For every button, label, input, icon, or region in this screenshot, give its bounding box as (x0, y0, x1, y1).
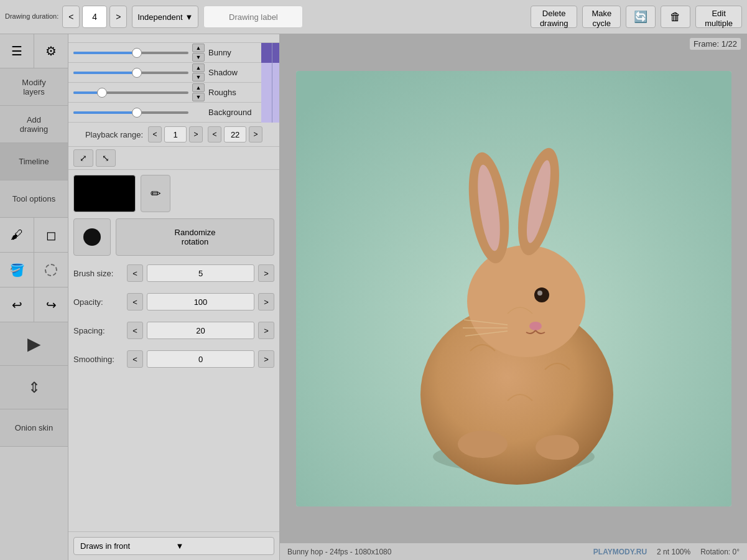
end-range-left-btn[interactable]: < (208, 126, 221, 142)
timeline-cell[interactable] (272, 83, 279, 103)
roughs-slider-thumb[interactable] (97, 88, 107, 98)
canvas-drawing[interactable] (296, 71, 731, 506)
smoothing-value: 0 (147, 350, 254, 368)
end-range-control: < 22 > (208, 126, 262, 142)
fill-tool-btn[interactable]: 🪣 (0, 253, 34, 287)
timeline-cell[interactable] (261, 103, 272, 123)
color-swatch[interactable] (73, 175, 136, 212)
roughs-up-btn[interactable]: ▲ (192, 83, 205, 92)
lasso-tool-btn[interactable] (34, 253, 68, 287)
brush-size-increase-btn[interactable]: > (258, 264, 274, 282)
layer-row-background: ▲ ▼ Background (68, 103, 279, 123)
shadow-updown: ▲ ▼ (192, 63, 205, 82)
brush-size-label: Brush size: (73, 269, 123, 278)
delete-icon: 🗑 (670, 11, 681, 24)
roughs-slider[interactable] (73, 91, 188, 94)
brand-label: PLAYMODY.RU (593, 548, 647, 556)
tool-options-btn[interactable]: Tool options (0, 180, 68, 218)
undo-btn[interactable]: ↩ (0, 287, 34, 322)
duration-increase-btn[interactable]: > (109, 6, 127, 28)
end-range-value: 22 (224, 126, 246, 142)
bunny-slider[interactable] (73, 52, 188, 54)
shadow-down-btn[interactable]: ▼ (192, 73, 205, 82)
background-slider-thumb[interactable] (132, 108, 142, 118)
drawing-label-input[interactable] (203, 6, 303, 28)
edit-multiple-btn[interactable]: Edit multiple (695, 6, 742, 28)
layer-controls-bunny: ▲ ▼ Bunny (68, 44, 261, 62)
onion-skin-btn[interactable]: Onion skin (0, 409, 68, 447)
bunny-slider-thumb[interactable] (132, 48, 142, 58)
play-icon: ▶ (27, 334, 41, 354)
eraser-icon: ◻ (46, 228, 57, 243)
start-range-control: < 1 > (148, 126, 203, 142)
mode-label: Independent (137, 12, 182, 22)
bunny-timeline-cells (261, 43, 279, 63)
smoothing-decrease-btn[interactable]: < (127, 350, 143, 368)
svg-point-3 (467, 245, 585, 357)
start-range-left-btn[interactable]: < (148, 126, 162, 142)
tool-options-label: Tool options (12, 194, 55, 203)
shadow-slider-thumb[interactable] (132, 68, 142, 78)
brush-tool-btn[interactable]: 🖌 (0, 218, 34, 252)
timeline-btn[interactable]: Timeline (0, 143, 68, 180)
timeline-cell[interactable] (272, 63, 279, 83)
main-area: ☰ ⚙ Modify layers Add drawing Timeline T… (0, 34, 747, 560)
redo-btn[interactable]: ↪ (34, 287, 68, 322)
timeline-label: Timeline (19, 157, 49, 166)
delete-icon-btn[interactable]: 🗑 (661, 6, 690, 28)
timeline-cells-header (261, 34, 279, 42)
spacing-increase-btn[interactable]: > (258, 322, 274, 339)
tool-row-3: ↩ ↪ (0, 287, 68, 322)
spacing-label: Spacing: (73, 326, 123, 335)
canvas-container[interactable] (280, 34, 747, 543)
opacity-decrease-btn[interactable]: < (127, 293, 143, 310)
draws-dropdown[interactable]: Draws in front ▼ (73, 537, 274, 555)
bunny-up-btn[interactable]: ▲ (192, 44, 205, 52)
roughs-down-btn[interactable]: ▼ (192, 93, 205, 101)
play-btn[interactable]: ▶ (0, 322, 68, 366)
canvas-area: Frame: 1/22 (280, 34, 747, 560)
spacing-decrease-btn[interactable]: < (127, 322, 143, 339)
shrink-btn[interactable]: ⤡ (96, 149, 116, 167)
add-drawing-btn[interactable]: Add drawing (0, 106, 68, 143)
make-cycle-btn[interactable]: Make cycle (582, 6, 621, 28)
opacity-increase-btn[interactable]: > (258, 293, 274, 310)
expand-btn[interactable]: ⤢ (73, 149, 93, 167)
smoothing-increase-btn[interactable]: > (258, 350, 274, 368)
background-slider[interactable] (73, 111, 188, 114)
bunny-updown: ▲ ▼ (192, 44, 205, 62)
settings-btn[interactable]: ⚙ (34, 34, 68, 68)
start-range-right-btn[interactable]: > (189, 126, 203, 142)
svg-point-12 (536, 435, 579, 460)
shadow-slider[interactable] (73, 72, 188, 74)
randomize-rotation-btn[interactable]: Randomize rotation (116, 218, 274, 256)
eyedropper-btn[interactable]: ✏ (141, 175, 170, 212)
delete-drawing-btn[interactable]: Delete drawing (531, 6, 578, 28)
roughs-layer-name: Roughs (206, 88, 259, 97)
brush-size-decrease-btn[interactable]: < (127, 264, 143, 282)
brush-dot (83, 228, 101, 246)
layer-row-bunny: ▲ ▼ Bunny (68, 43, 279, 63)
duration-decrease-btn[interactable]: < (62, 6, 80, 28)
shadow-up-btn[interactable]: ▲ (192, 63, 205, 72)
bunny-layer-name: Bunny (206, 48, 259, 57)
eraser-tool-btn[interactable]: ◻ (34, 218, 68, 252)
mode-dropdown[interactable]: Independent ▼ (132, 6, 198, 28)
bunny-down-btn[interactable]: ▼ (192, 53, 205, 62)
background-timeline-cells (261, 103, 279, 123)
left-sidebar: ☰ ⚙ Modify layers Add drawing Timeline T… (0, 34, 68, 560)
randomize-label: Randomize rotation (175, 228, 216, 246)
end-range-right-btn[interactable]: > (249, 126, 262, 142)
tool-row-1: 🖌 ◻ (0, 218, 68, 253)
timeline-cell[interactable] (261, 43, 272, 63)
modify-layers-btn[interactable]: Modify layers (0, 68, 68, 106)
timeline-cell[interactable] (272, 103, 279, 123)
timeline-cell[interactable] (272, 43, 279, 63)
duration-control: < 4 > (62, 6, 127, 28)
hamburger-menu-btn[interactable]: ☰ (0, 34, 34, 68)
timeline-cell[interactable] (261, 63, 272, 83)
cycle-icon-btn[interactable]: 🔄 (626, 6, 656, 28)
scroll-tool-btn[interactable]: ⇕ (0, 366, 68, 409)
timeline-cell[interactable] (261, 83, 272, 103)
sidebar-top-icons: ☰ ⚙ (0, 34, 68, 68)
